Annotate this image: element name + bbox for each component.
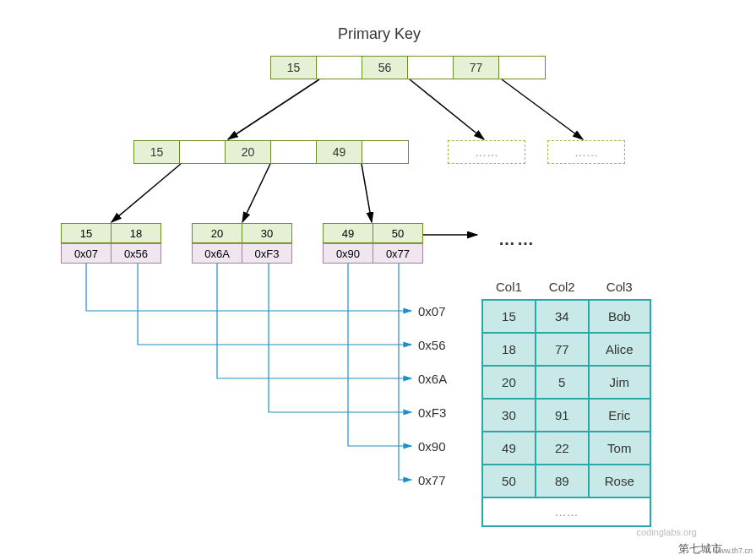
table-footer: …… — [482, 497, 650, 526]
pointer-label: 0x77 — [418, 473, 446, 487]
svg-line-2 — [502, 79, 583, 139]
table-cell: 18 — [482, 333, 536, 366]
leaf-address: 0x6A — [192, 243, 242, 264]
svg-line-5 — [362, 164, 372, 222]
leaf-key: 15 — [61, 223, 111, 243]
btree-leaf-node: 15 18 0x07 0x56 — [62, 223, 161, 264]
table-cell: 22 — [536, 432, 589, 465]
table-row: 1534Bob — [482, 300, 650, 333]
col-header: Col3 — [589, 275, 650, 300]
internal-pointer-slot — [180, 141, 226, 163]
root-pointer-slot — [499, 57, 545, 79]
pointer-label: 0x90 — [418, 439, 446, 454]
pointer-label: 0x6A — [418, 372, 447, 386]
table-row: 3091Eric — [482, 399, 650, 432]
internal-pointer-slot — [362, 141, 408, 163]
table-cell: 5 — [536, 366, 589, 399]
table-cell: 89 — [536, 465, 589, 497]
leaf-key: 18 — [111, 223, 161, 243]
col-header: Col2 — [536, 275, 589, 300]
leaf-address: 0x77 — [373, 243, 423, 264]
root-key: 15 — [271, 57, 317, 79]
btree-leaf-node: 20 30 0x6A 0xF3 — [193, 223, 292, 264]
internal-key: 49 — [317, 141, 362, 163]
table-row: 4922Tom — [482, 432, 650, 465]
table-cell: 20 — [482, 366, 536, 399]
table-row: 205Jim — [482, 366, 650, 399]
root-key: 56 — [362, 57, 408, 79]
leaf-key: 50 — [373, 223, 423, 243]
table-cell: 34 — [536, 300, 589, 333]
svg-line-4 — [242, 164, 270, 222]
table-cell: Eric — [589, 399, 650, 432]
root-key: 77 — [454, 57, 499, 79]
svg-line-0 — [228, 79, 319, 139]
table-row: 1877Alice — [482, 333, 650, 366]
svg-line-3 — [111, 164, 181, 222]
table-cell: 91 — [536, 399, 589, 432]
btree-root-node: 15 56 77 — [270, 56, 546, 79]
root-pointer-slot — [408, 57, 454, 79]
table-cell: Bob — [589, 300, 650, 333]
pointer-label: 0x56 — [418, 338, 446, 352]
internal-key: 15 — [134, 141, 180, 163]
table-cell: Tom — [589, 432, 650, 465]
leaf-key: 30 — [242, 223, 292, 243]
internal-pointer-slot — [271, 141, 317, 163]
leaf-key: 20 — [192, 223, 242, 243]
root-pointer-slot — [317, 57, 362, 79]
leaf-address: 0xF3 — [242, 243, 292, 264]
table-cell: 15 — [482, 300, 536, 333]
placeholder-node: …… — [448, 140, 525, 164]
table-cell: 50 — [482, 465, 536, 497]
internal-key: 20 — [226, 141, 271, 163]
col-header: Col1 — [482, 275, 536, 300]
placeholder-node: …… — [547, 140, 625, 164]
diagram-title: Primary Key — [338, 25, 421, 43]
btree-leaf-node: 49 50 0x90 0x77 — [324, 223, 423, 264]
attribution-label: codinglabs.org — [636, 527, 697, 537]
btree-internal-node: 15 20 49 — [133, 140, 409, 164]
table-cell: 30 — [482, 399, 536, 432]
leaf-key: 49 — [323, 223, 373, 243]
ellipsis: …… — [498, 230, 536, 249]
pointer-label: 0xF3 — [418, 405, 446, 420]
pointer-label: 0x07 — [418, 304, 446, 318]
table-cell: 49 — [482, 432, 536, 465]
data-table: Col1 Col2 Col3 1534Bob 1877Alice 205Jim … — [481, 275, 651, 527]
footer-en: www.th7.cn — [714, 546, 753, 555]
table-row: 5089Rose — [482, 465, 650, 497]
leaf-address: 0x07 — [61, 243, 111, 264]
table-cell: Rose — [589, 465, 650, 497]
table-cell: Jim — [589, 366, 650, 399]
table-cell: Alice — [589, 333, 650, 366]
leaf-address: 0x90 — [323, 243, 373, 264]
leaf-address: 0x56 — [111, 243, 161, 264]
table-cell: 77 — [536, 333, 589, 366]
svg-line-1 — [410, 79, 484, 139]
